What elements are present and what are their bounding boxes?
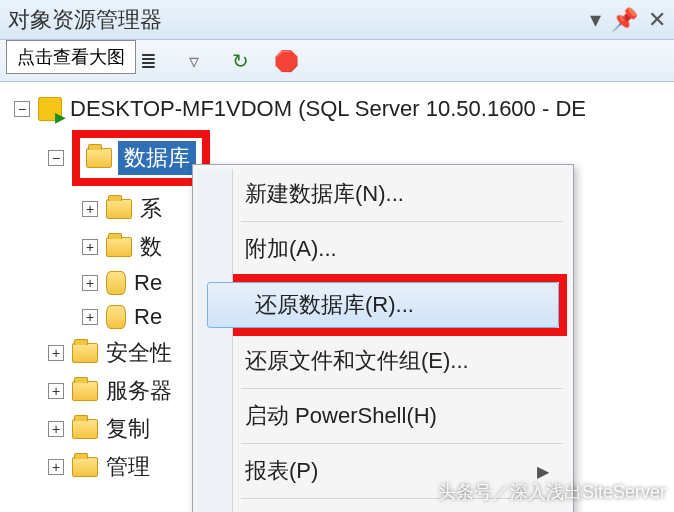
ctx-attach[interactable]: 附加(A)... — [197, 226, 569, 272]
expand-icon[interactable]: + — [48, 459, 64, 475]
stop-button[interactable]: 🛑 — [270, 47, 302, 75]
collapse-icon[interactable]: − — [14, 101, 30, 117]
tree-top-label: 管理 — [106, 452, 150, 482]
tooltip-click-enlarge: 点击查看大图 — [6, 40, 136, 74]
expand-icon[interactable]: + — [82, 275, 98, 291]
ctx-separator — [241, 443, 563, 444]
folder-icon — [72, 381, 98, 401]
tree-server-node[interactable]: − DESKTOP-MF1VDOM (SQL Server 10.50.1600… — [14, 92, 670, 126]
refresh-icon: ↻ — [228, 49, 252, 73]
ctx-item-label: 还原数据库(R)... — [255, 290, 414, 320]
ctx-item-label: 还原文件和文件组(E)... — [245, 346, 469, 376]
server-icon — [38, 97, 62, 121]
tree-top-label: 服务器 — [106, 376, 172, 406]
tree-top-label: 复制 — [106, 414, 150, 444]
collapse-icon[interactable]: − — [48, 150, 64, 166]
expand-icon[interactable]: + — [82, 239, 98, 255]
tree-child-label: Re — [134, 304, 162, 330]
close-icon[interactable]: ✕ — [648, 7, 666, 33]
folder-icon — [106, 199, 132, 219]
ctx-item-label: 附加(A)... — [245, 234, 337, 264]
ctx-start-powershell[interactable]: 启动 PowerShell(H) — [197, 393, 569, 439]
tree-child-label: 系 — [140, 194, 162, 224]
ctx-restore-files-filegroups[interactable]: 还原文件和文件组(E)... — [197, 338, 569, 384]
refresh-button[interactable]: ↻ — [224, 47, 256, 75]
ctx-item-label: 报表(P) — [245, 456, 318, 486]
filter-button[interactable]: ≣ — [132, 47, 164, 75]
pin-icon[interactable]: 📌 — [611, 7, 638, 33]
folder-icon — [86, 148, 112, 168]
folder-icon — [72, 343, 98, 363]
database-icon — [106, 305, 126, 329]
ctx-separator — [241, 388, 563, 389]
ctx-restore-database[interactable]: 还原数据库(R)... — [207, 282, 559, 328]
context-menu: 新建数据库(N)... 附加(A)... 还原数据库(R)... 还原文件和文件… — [192, 164, 574, 512]
funnel-icon: ▿ — [182, 49, 206, 73]
ctx-reports[interactable]: 报表(P) ▶ — [197, 448, 569, 494]
markers-icon: ≣ — [136, 49, 160, 73]
panel-title: 对象资源管理器 — [8, 5, 590, 35]
ctx-refresh[interactable]: 刷新(F) — [197, 503, 569, 512]
stop-icon: 🛑 — [274, 49, 298, 73]
chevron-right-icon: ▶ — [537, 462, 549, 481]
ctx-item-label: 启动 PowerShell(H) — [245, 401, 437, 431]
ctx-new-database[interactable]: 新建数据库(N)... — [197, 171, 569, 217]
database-icon — [106, 271, 126, 295]
server-label: DESKTOP-MF1VDOM (SQL Server 10.50.1600 -… — [70, 96, 586, 122]
tree-top-label: 安全性 — [106, 338, 172, 368]
ctx-separator — [241, 221, 563, 222]
ctx-item-label: 新建数据库(N)... — [245, 179, 404, 209]
folder-icon — [72, 457, 98, 477]
expand-icon[interactable]: + — [82, 309, 98, 325]
dropdown-icon[interactable]: ▾ — [590, 7, 601, 33]
tree-child-label: 数 — [140, 232, 162, 262]
expand-icon[interactable]: + — [82, 201, 98, 217]
expand-icon[interactable]: + — [48, 383, 64, 399]
panel-titlebar: 对象资源管理器 ▾ 📌 ✕ — [0, 0, 674, 40]
restore-db-highlight-box: 还原数据库(R)... — [199, 274, 567, 336]
expand-icon[interactable]: + — [48, 421, 64, 437]
databases-label: 数据库 — [118, 141, 196, 175]
folder-icon — [72, 419, 98, 439]
databases-highlight-box: 数据库 — [72, 130, 210, 186]
expand-icon[interactable]: + — [48, 345, 64, 361]
funnel-button[interactable]: ▿ — [178, 47, 210, 75]
folder-icon — [106, 237, 132, 257]
ctx-separator — [241, 498, 563, 499]
tree-child-label: Re — [134, 270, 162, 296]
